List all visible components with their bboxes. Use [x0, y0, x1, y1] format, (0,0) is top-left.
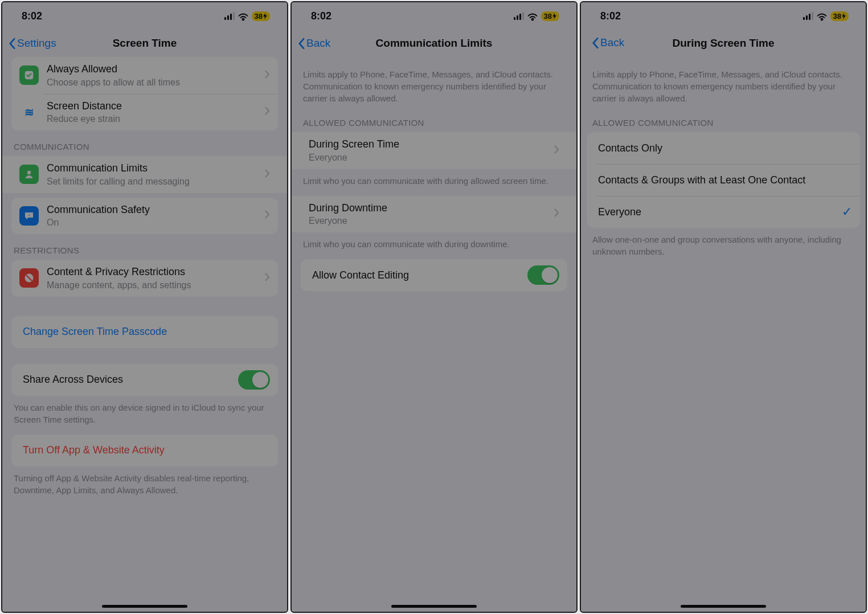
- row-turn-off-activity[interactable]: Turn Off App & Website Activity: [11, 435, 278, 466]
- status-icons: 38: [224, 11, 270, 21]
- row-sub: Set limits for calling and messaging: [47, 176, 265, 187]
- cellular-icon: [803, 12, 813, 20]
- home-indicator[interactable]: [681, 605, 766, 608]
- option-contacts-groups[interactable]: Contacts & Groups with at Least One Cont…: [587, 164, 860, 196]
- row-during-downtime-highlight: During Downtime Everyone: [292, 196, 576, 233]
- cellular-icon: [224, 12, 235, 20]
- status-time: 8:02: [311, 10, 331, 22]
- contact-icon: [19, 165, 39, 184]
- content-scroll[interactable]: Limits apply to Phone, FaceTime, Message…: [581, 57, 866, 612]
- section-header-restrictions: RESTRICTIONS: [2, 234, 287, 260]
- contact-editing-toggle[interactable]: [527, 265, 559, 285]
- group-general: Always Allowed Choose apps to allow at a…: [11, 57, 278, 130]
- share-devices-info: You can enable this on any device signed…: [2, 396, 287, 428]
- row-communication-limits[interactable]: Communication Limits Set limits for call…: [2, 156, 287, 193]
- section-header-communication: COMMUNICATION: [2, 130, 287, 156]
- turn-off-info: Turning off App & Website Activity disab…: [2, 466, 287, 498]
- share-devices-toggle[interactable]: [238, 370, 270, 390]
- row-label: Communication Safety: [47, 203, 265, 216]
- row-content-privacy[interactable]: Content & Privacy Restrictions Manage co…: [11, 260, 278, 297]
- row-label: Screen Distance: [47, 100, 265, 113]
- cellular-icon: [514, 12, 524, 20]
- wifi-icon: [527, 12, 538, 20]
- row-label: Share Across Devices: [23, 373, 238, 386]
- home-indicator[interactable]: [391, 605, 477, 608]
- option-everyone[interactable]: Everyone ✓: [587, 196, 860, 228]
- nav-bar: Settings Screen Time: [2, 30, 287, 57]
- battery-icon: 38: [541, 11, 559, 21]
- status-icons: 38: [803, 11, 849, 21]
- phone-communication-limits: 8:02 38 Back Communication Limits Limits…: [290, 1, 578, 613]
- status-time: 8:02: [22, 10, 42, 22]
- group-turn-off: Turn Off App & Website Activity: [11, 435, 278, 466]
- row-screen-distance[interactable]: ≋ Screen Distance Reduce eye strain: [11, 94, 278, 131]
- row-label: Content & Privacy Restrictions: [47, 265, 265, 279]
- battery-icon: 38: [830, 11, 849, 21]
- row-label: Communication Limits: [47, 162, 265, 175]
- limits-info: Limits apply to Phone, FaceTime, Message…: [292, 57, 576, 107]
- row-during-downtime[interactable]: During Downtime Everyone: [292, 196, 576, 233]
- nav-bar: Back Communication Limits: [292, 30, 576, 57]
- link-label: Turn Off App & Website Activity: [23, 444, 165, 457]
- row-label: Always Allowed: [47, 63, 265, 76]
- group-change-passcode: Change Screen Time Passcode: [11, 316, 278, 348]
- home-indicator[interactable]: [102, 605, 187, 608]
- back-button[interactable]: Back: [292, 37, 330, 50]
- row-during-screen-time[interactable]: During Screen Time Everyone: [292, 132, 576, 169]
- row-sub: Everyone: [309, 215, 554, 227]
- phone-during-screen-time: 8:02 38 Back During Screen Time Limits a…: [580, 1, 867, 613]
- row-sub: On: [47, 217, 265, 228]
- back-label: Settings: [17, 37, 56, 50]
- row-sub: Everyone: [309, 152, 554, 163]
- nav-bar: Back During Screen Time: [581, 30, 866, 57]
- chevron-left-icon: [8, 38, 16, 50]
- content-scroll[interactable]: Limits apply to Phone, FaceTime, Message…: [292, 57, 576, 612]
- row-always-allowed[interactable]: Always Allowed Choose apps to allow at a…: [11, 57, 278, 94]
- section-header-allowed: ALLOWED COMMUNICATION: [581, 107, 866, 132]
- back-button-highlight: Back: [581, 33, 633, 54]
- row-sub: Reduce eye strain: [47, 113, 265, 125]
- checkmark-icon: ✓: [842, 204, 852, 219]
- option-contacts-only[interactable]: Contacts Only: [587, 132, 860, 164]
- row-allow-contact-editing[interactable]: Allow Contact Editing: [301, 259, 567, 291]
- back-button[interactable]: Back: [586, 36, 624, 49]
- row-sub: Choose apps to allow at all times: [47, 77, 265, 88]
- row-sub: Manage content, apps, and settings: [47, 280, 265, 291]
- everyone-info: Allow one-on-one and group conversations…: [581, 228, 866, 260]
- row-communication-limits-highlight: Communication Limits Set limits for call…: [2, 156, 287, 193]
- chevron-right-icon: [265, 210, 270, 221]
- option-label: Contacts Only: [598, 142, 852, 155]
- distance-icon: ≋: [19, 103, 39, 122]
- row-label: During Downtime: [309, 202, 554, 215]
- row-label: Allow Contact Editing: [312, 269, 527, 282]
- battery-icon: 38: [252, 11, 270, 21]
- chevron-right-icon: [265, 273, 270, 284]
- back-label: Back: [600, 36, 624, 49]
- check-shield-icon: [19, 66, 39, 85]
- chevron-right-icon: [265, 70, 270, 81]
- row-communication-safety[interactable]: Communication Safety On: [11, 198, 278, 235]
- option-label: Everyone: [598, 206, 842, 219]
- status-time: 8:02: [600, 10, 621, 22]
- link-label: Change Screen Time Passcode: [23, 325, 167, 338]
- option-label: Contacts & Groups with at Least One Cont…: [598, 174, 852, 187]
- row-share-devices[interactable]: Share Across Devices: [11, 364, 278, 396]
- limits-info: Limits apply to Phone, FaceTime, Message…: [581, 57, 866, 107]
- status-bar: 8:02 38: [581, 2, 866, 30]
- chevron-right-icon: [554, 145, 559, 156]
- no-entry-icon: [19, 268, 39, 288]
- chevron-right-icon: [265, 169, 270, 180]
- status-icons: 38: [514, 11, 559, 21]
- row-label: During Screen Time: [309, 138, 554, 151]
- chevron-left-icon: [297, 38, 305, 50]
- group-restrictions: Content & Privacy Restrictions Manage co…: [11, 260, 278, 297]
- row-change-passcode[interactable]: Change Screen Time Passcode: [11, 316, 278, 348]
- page-title: Communication Limits: [292, 37, 576, 50]
- row-during-screen-time-highlight: During Screen Time Everyone: [292, 132, 576, 169]
- status-bar: 8:02 38: [2, 2, 287, 30]
- back-label: Back: [306, 37, 330, 50]
- back-button[interactable]: Settings: [2, 37, 56, 50]
- status-bar: 8:02 38: [292, 2, 576, 30]
- content-scroll[interactable]: Always Allowed Choose apps to allow at a…: [2, 57, 287, 612]
- message-warning-icon: [19, 206, 39, 226]
